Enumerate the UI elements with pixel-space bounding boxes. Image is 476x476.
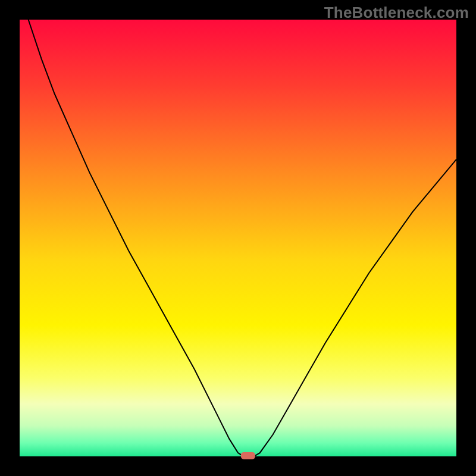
chart-frame: TheBottleneck.com xyxy=(0,0,476,476)
plot-background xyxy=(20,20,456,456)
bottleneck-chart xyxy=(0,0,476,476)
watermark-text: TheBottleneck.com xyxy=(324,4,469,22)
optimal-marker xyxy=(241,452,255,459)
